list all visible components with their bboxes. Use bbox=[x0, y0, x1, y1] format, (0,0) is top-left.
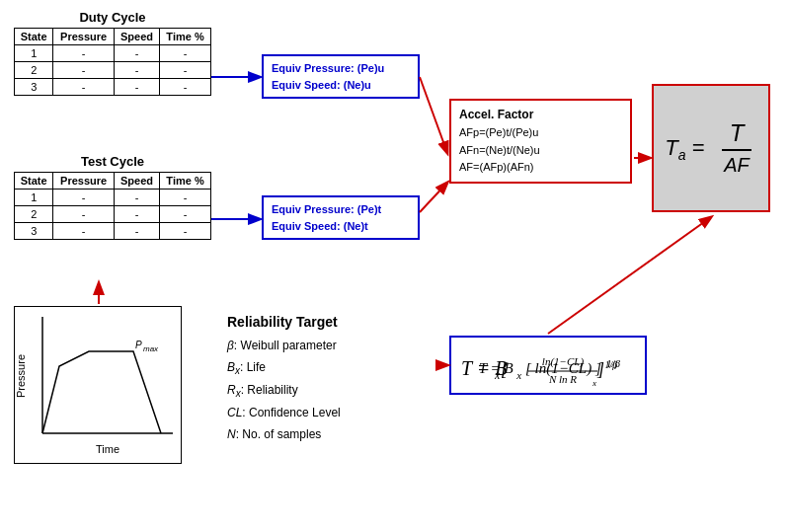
test-cycle-section: Test Cycle State Pressure Speed Time % 1… bbox=[14, 154, 211, 240]
equiv-test-line2: Equiv Speed: (Ne)t bbox=[272, 218, 410, 235]
test-cycle-title: Test Cycle bbox=[14, 154, 211, 169]
equiv-duty-line2: Equiv Speed: (Ne)u bbox=[272, 77, 410, 94]
ta-formula-box: Ta = T AF bbox=[652, 84, 770, 212]
t-formula-svg: T = B x [ ln(1−CL) ] 1/β ln(1−CL) N ln R… bbox=[451, 338, 645, 393]
table-row: 2 - - - bbox=[15, 206, 211, 223]
table-row: 1 - - - bbox=[15, 45, 211, 62]
accel-factor-box: Accel. Factor AFp=(Pe)t/(Pe)u AFn=(Ne)t/… bbox=[449, 99, 632, 184]
col-time-test: Time % bbox=[160, 173, 211, 190]
col-speed-duty: Speed bbox=[114, 29, 159, 45]
duty-cycle-title: Duty Cycle bbox=[14, 10, 211, 25]
svg-line-19 bbox=[420, 183, 447, 212]
pressure-plot: Pressure P max Time bbox=[14, 306, 182, 464]
svg-text:N ln R: N ln R bbox=[548, 373, 577, 385]
col-time-duty: Time % bbox=[160, 29, 211, 45]
duty-cycle-table: State Pressure Speed Time % 1 - - - 2 - … bbox=[14, 28, 211, 96]
svg-text:[: [ bbox=[501, 359, 509, 379]
equiv-duty-box: Equiv Pressure: (Pe)u Equiv Speed: (Ne)u bbox=[262, 54, 420, 99]
duty-cycle-section: Duty Cycle State Pressure Speed Time % 1… bbox=[14, 10, 211, 96]
svg-text:P: P bbox=[135, 340, 142, 350]
t-formula-box: T = B x [ ln(1−CL) ] 1/β ln(1−CL) N ln R… bbox=[449, 336, 647, 395]
param-beta: β: Weibull parameter bbox=[227, 336, 341, 357]
table-row: 2 - - - bbox=[15, 62, 211, 79]
test-cycle-table: State Pressure Speed Time % 1 - - - 2 - … bbox=[14, 172, 211, 240]
accel-line3: AF=(AFp)(AFn) bbox=[459, 159, 622, 177]
pressure-chart: Pressure P max Time bbox=[15, 307, 183, 465]
svg-text:x: x bbox=[494, 368, 501, 382]
accel-line1: AFp=(Pe)t/(Pe)u bbox=[459, 124, 622, 142]
reliability-params: β: Weibull parameter Bx: Life Rx: Reliab… bbox=[227, 336, 341, 446]
col-pressure-duty: Pressure bbox=[53, 29, 115, 45]
svg-text:Pressure: Pressure bbox=[15, 354, 27, 398]
accel-line2: AFn=(Ne)t/(Ne)u bbox=[459, 142, 622, 160]
table-row: 3 - - - bbox=[15, 79, 211, 96]
page-container: Duty Cycle State Pressure Speed Time % 1… bbox=[0, 0, 790, 532]
col-speed-test: Speed bbox=[114, 173, 159, 190]
param-bx: Bx: Life bbox=[227, 357, 341, 380]
svg-text:max: max bbox=[143, 344, 159, 353]
table-row: 1 - - - bbox=[15, 190, 211, 206]
col-state-duty: State bbox=[15, 29, 53, 45]
svg-text:]: ] bbox=[596, 359, 604, 379]
col-state-test: State bbox=[15, 173, 53, 190]
svg-line-18 bbox=[420, 77, 447, 153]
param-rx: Rx: Reliability bbox=[227, 380, 341, 403]
reliability-section: Reliability Target β: Weibull parameter … bbox=[227, 314, 341, 446]
param-n: N: No. of samples bbox=[227, 424, 341, 446]
svg-text:1/β: 1/β bbox=[606, 357, 621, 369]
ta-formula-display: Ta = T AF bbox=[665, 119, 757, 178]
svg-text:ln(1−CL): ln(1−CL) bbox=[542, 355, 585, 368]
col-pressure-test: Pressure bbox=[53, 173, 115, 190]
reliability-title: Reliability Target bbox=[227, 314, 341, 330]
accel-factor-title: Accel. Factor bbox=[459, 106, 622, 124]
param-cl: CL: Confidence Level bbox=[227, 403, 341, 424]
svg-text:x: x bbox=[592, 378, 596, 388]
equiv-test-box: Equiv Pressure: (Pe)t Equiv Speed: (Ne)t bbox=[262, 195, 420, 240]
svg-line-22 bbox=[548, 217, 711, 334]
table-row: 3 - - - bbox=[15, 223, 211, 240]
equiv-duty-line1: Equiv Pressure: (Pe)u bbox=[272, 60, 410, 77]
equiv-test-line1: Equiv Pressure: (Pe)t bbox=[272, 201, 410, 218]
svg-text:Time: Time bbox=[96, 443, 119, 455]
